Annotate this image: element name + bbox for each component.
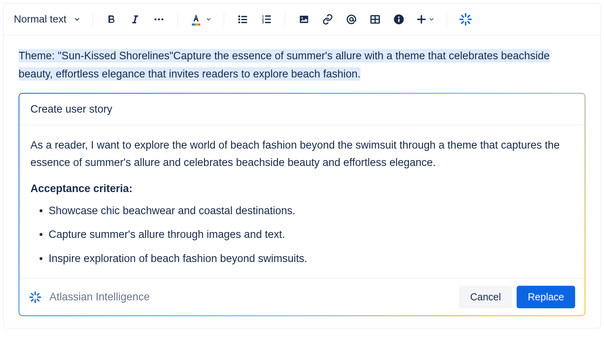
- svg-point-2: [161, 18, 163, 20]
- ai-panel-body: As a reader, I want to explore the world…: [19, 125, 585, 279]
- image-button[interactable]: [295, 10, 313, 28]
- table-icon: [370, 14, 381, 25]
- toolbar-divider: [224, 11, 224, 27]
- svg-point-1: [158, 18, 160, 20]
- text-style-dropdown[interactable]: Normal text: [11, 10, 83, 28]
- add-more-button[interactable]: [413, 11, 437, 27]
- svg-point-20: [302, 17, 303, 19]
- bold-button[interactable]: [102, 10, 121, 28]
- svg-rect-5: [196, 23, 198, 25]
- svg-point-9: [238, 18, 240, 20]
- replace-button[interactable]: Replace: [517, 286, 575, 308]
- atlassian-intelligence-icon: [29, 291, 42, 304]
- svg-rect-10: [241, 19, 247, 20]
- svg-rect-4: [194, 23, 196, 25]
- toolbar-divider: [285, 11, 285, 27]
- text-color-icon: [190, 13, 202, 26]
- svg-line-34: [462, 21, 463, 23]
- list-group: 123: [234, 10, 276, 28]
- ai-brand-label: Atlassian Intelligence: [49, 291, 150, 303]
- text-color-button[interactable]: [187, 11, 214, 28]
- cancel-button[interactable]: Cancel: [459, 286, 512, 308]
- editor-toolbar: Normal text: [4, 4, 600, 35]
- ai-user-story: As a reader, I want to explore the world…: [30, 136, 574, 172]
- bold-icon: [106, 13, 117, 25]
- svg-line-41: [37, 299, 39, 301]
- svg-point-0: [155, 18, 157, 20]
- format-group: [102, 10, 168, 28]
- svg-rect-6: [198, 23, 200, 25]
- atlassian-intelligence-button[interactable]: [457, 10, 475, 28]
- link-icon: [322, 14, 333, 25]
- italic-icon: [129, 13, 141, 25]
- chevron-down-icon: [74, 16, 81, 23]
- svg-rect-27: [398, 19, 399, 22]
- image-icon: [298, 14, 310, 25]
- svg-line-43: [37, 294, 39, 295]
- svg-rect-3: [192, 23, 194, 25]
- text-style-label: Normal text: [14, 13, 66, 25]
- svg-line-35: [468, 15, 470, 17]
- ai-panel-footer: Atlassian Intelligence Cancel Replace: [19, 278, 585, 315]
- toolbar-divider: [447, 11, 447, 27]
- chevron-down-icon: [428, 16, 435, 23]
- toolbar-divider: [177, 11, 178, 27]
- ai-branding: Atlassian Intelligence: [29, 291, 150, 304]
- svg-rect-19: [300, 15, 308, 23]
- at-icon: [345, 13, 357, 25]
- svg-rect-8: [241, 16, 247, 17]
- table-button[interactable]: [366, 10, 384, 28]
- plus-icon: [416, 14, 427, 25]
- insert-group: [295, 10, 437, 28]
- more-format-button[interactable]: [150, 10, 168, 28]
- svg-rect-18: [265, 22, 271, 23]
- ai-criteria-item: Capture summer's allure through images a…: [39, 226, 574, 243]
- svg-line-40: [32, 294, 33, 295]
- svg-rect-16: [265, 19, 271, 20]
- svg-line-33: [468, 21, 470, 23]
- selected-text[interactable]: Theme: "Sun-Kissed Shorelines"Capture th…: [19, 47, 585, 83]
- svg-point-7: [238, 15, 240, 17]
- link-button[interactable]: [319, 10, 337, 28]
- svg-point-26: [398, 16, 400, 18]
- atlassian-intelligence-icon: [459, 13, 472, 26]
- ai-criteria-item: Inspire exploration of beach fashion bey…: [39, 251, 574, 267]
- mention-button[interactable]: [342, 10, 361, 28]
- numbered-list-button[interactable]: 123: [257, 10, 276, 28]
- toolbar-divider: [92, 11, 93, 27]
- svg-point-11: [238, 21, 240, 23]
- ai-panel: Create user story As a reader, I want to…: [19, 93, 585, 317]
- info-button[interactable]: [390, 10, 408, 28]
- svg-line-42: [32, 299, 33, 301]
- ai-panel-header: Create user story: [19, 94, 585, 125]
- ai-criteria-heading: Acceptance criteria:: [30, 183, 574, 195]
- ai-criteria-item: Showcase chic beachwear and coastal dest…: [39, 203, 574, 219]
- svg-rect-12: [241, 22, 247, 23]
- svg-text:3: 3: [262, 20, 264, 24]
- ai-criteria-list: Showcase chic beachwear and coastal dest…: [30, 203, 574, 267]
- chevron-down-icon: [206, 16, 212, 23]
- bullet-list-icon: [237, 13, 249, 25]
- ai-panel-title: Create user story: [30, 103, 112, 115]
- info-icon: [393, 13, 405, 25]
- highlighted-content: Theme: "Sun-Kissed Shorelines"Capture th…: [19, 49, 550, 81]
- editor-container: Normal text: [3, 3, 601, 328]
- italic-button[interactable]: [126, 10, 144, 28]
- footer-actions: Cancel Replace: [459, 286, 575, 308]
- svg-rect-14: [265, 15, 271, 17]
- bullet-list-button[interactable]: [234, 10, 252, 28]
- content-area: Theme: "Sun-Kissed Shorelines"Capture th…: [4, 35, 600, 328]
- more-horizontal-icon: [153, 13, 165, 25]
- svg-line-32: [462, 15, 463, 17]
- numbered-list-icon: 123: [260, 13, 272, 25]
